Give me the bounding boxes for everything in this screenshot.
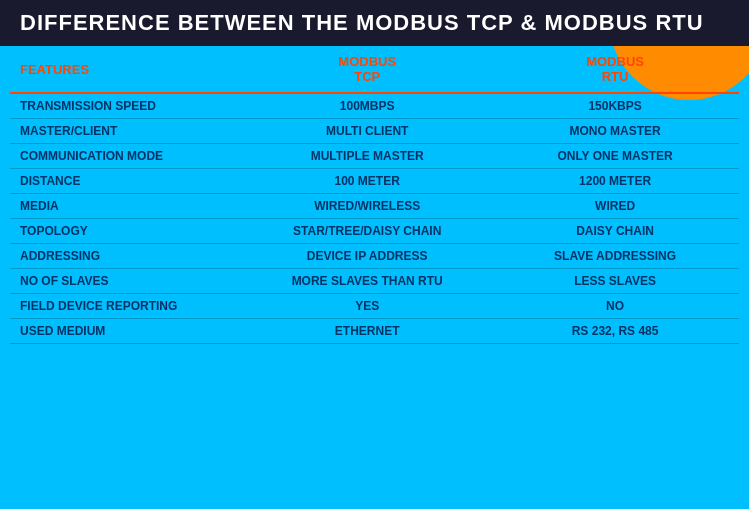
cell-tcp: MULTIPLE MASTER bbox=[243, 144, 491, 169]
cell-feature: COMMUNICATION MODE bbox=[10, 144, 243, 169]
header: DIFFERENCE BETWEEN THE MODBUS TCP & MODB… bbox=[0, 0, 749, 46]
cell-rtu: SLAVE ADDRESSING bbox=[491, 244, 739, 269]
cell-feature: NO OF SLAVES bbox=[10, 269, 243, 294]
table-row: FIELD DEVICE REPORTINGYESNO bbox=[10, 294, 739, 319]
cell-tcp: YES bbox=[243, 294, 491, 319]
cell-feature: ADDRESSING bbox=[10, 244, 243, 269]
col-header-tcp: MODBUSTCP bbox=[243, 46, 491, 93]
col-header-features: FEATURES bbox=[10, 46, 243, 93]
cell-rtu: ONLY ONE MASTER bbox=[491, 144, 739, 169]
cell-tcp: MULTI CLIENT bbox=[243, 119, 491, 144]
table-row: MEDIAWIRED/WIRELESSWIRED bbox=[10, 194, 739, 219]
cell-tcp: 100 METER bbox=[243, 169, 491, 194]
table-row: DISTANCE100 METER1200 METER bbox=[10, 169, 739, 194]
table-row: TOPOLOGYSTAR/TREE/DAISY CHAINDAISY CHAIN bbox=[10, 219, 739, 244]
table-row: TRANSMISSION SPEED100MBPS150KBPS bbox=[10, 93, 739, 119]
cell-feature: TRANSMISSION SPEED bbox=[10, 93, 243, 119]
cell-rtu: RS 232, RS 485 bbox=[491, 319, 739, 344]
cell-rtu: MONO MASTER bbox=[491, 119, 739, 144]
table-row: NO OF SLAVESMORE SLAVES THAN RTULESS SLA… bbox=[10, 269, 739, 294]
cell-feature: MEDIA bbox=[10, 194, 243, 219]
cell-feature: USED MEDIUM bbox=[10, 319, 243, 344]
cell-rtu: 150KBPS bbox=[491, 93, 739, 119]
main-content: FEATURES MODBUSTCP MODBUSRTU TRANSMISSIO… bbox=[0, 46, 749, 344]
page-wrapper: DIFFERENCE BETWEEN THE MODBUS TCP & MODB… bbox=[0, 0, 749, 509]
cell-feature: TOPOLOGY bbox=[10, 219, 243, 244]
table-row: ADDRESSINGDEVICE IP ADDRESSSLAVE ADDRESS… bbox=[10, 244, 739, 269]
cell-tcp: WIRED/WIRELESS bbox=[243, 194, 491, 219]
cell-rtu: DAISY CHAIN bbox=[491, 219, 739, 244]
table-row: USED MEDIUMETHERNETRS 232, RS 485 bbox=[10, 319, 739, 344]
table-row: COMMUNICATION MODEMULTIPLE MASTERONLY ON… bbox=[10, 144, 739, 169]
cell-feature: DISTANCE bbox=[10, 169, 243, 194]
cell-feature: MASTER/CLIENT bbox=[10, 119, 243, 144]
cell-tcp: ETHERNET bbox=[243, 319, 491, 344]
cell-tcp: STAR/TREE/DAISY CHAIN bbox=[243, 219, 491, 244]
cell-tcp: 100MBPS bbox=[243, 93, 491, 119]
cell-rtu: NO bbox=[491, 294, 739, 319]
page-title: DIFFERENCE BETWEEN THE MODBUS TCP & MODB… bbox=[20, 10, 729, 36]
cell-tcp: MORE SLAVES THAN RTU bbox=[243, 269, 491, 294]
cell-tcp: DEVICE IP ADDRESS bbox=[243, 244, 491, 269]
cell-rtu: WIRED bbox=[491, 194, 739, 219]
cell-rtu: 1200 METER bbox=[491, 169, 739, 194]
comparison-table: FEATURES MODBUSTCP MODBUSRTU TRANSMISSIO… bbox=[10, 46, 739, 344]
cell-rtu: LESS SLAVES bbox=[491, 269, 739, 294]
col-header-rtu: MODBUSRTU bbox=[491, 46, 739, 93]
cell-feature: FIELD DEVICE REPORTING bbox=[10, 294, 243, 319]
table-row: MASTER/CLIENTMULTI CLIENTMONO MASTER bbox=[10, 119, 739, 144]
